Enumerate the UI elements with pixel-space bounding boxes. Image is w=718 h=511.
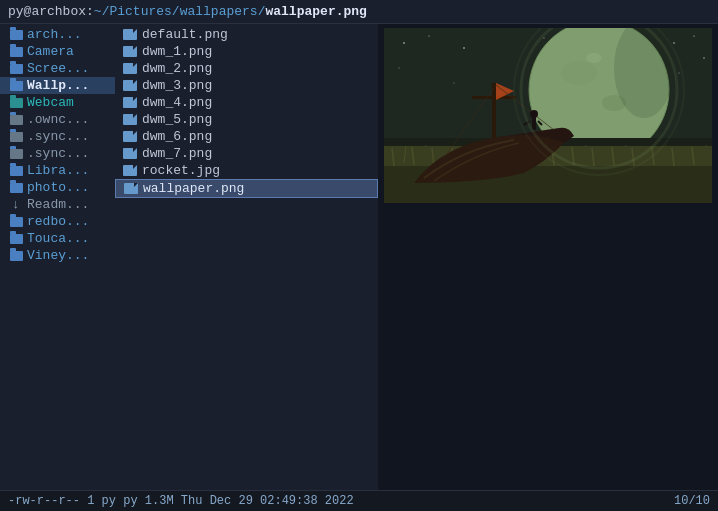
file-type-icon — [124, 183, 138, 194]
file-type-icon — [123, 148, 137, 159]
folder-icon — [8, 182, 24, 194]
sidebar-label-redbo: redbo... — [27, 214, 89, 229]
svg-point-58 — [679, 73, 680, 74]
file-label-dwm3: dwm_3.png — [142, 78, 212, 93]
file-item-default[interactable]: default.png — [115, 26, 378, 43]
file-type-icon — [123, 63, 137, 74]
folder-icon — [8, 216, 24, 228]
svg-point-3 — [561, 61, 597, 85]
sidebar-label-sync1: .sync... — [27, 129, 89, 144]
sidebar-label-webcam: Webcam — [27, 95, 74, 110]
svg-point-5 — [586, 53, 602, 63]
file-type-icon — [123, 80, 137, 91]
sidebar-item-wallp[interactable]: Wallp... — [0, 77, 115, 94]
folder-icon — [8, 233, 24, 245]
file-label-dwm1: dwm_1.png — [142, 44, 212, 59]
file-label-dwm6: dwm_6.png — [142, 129, 212, 144]
sidebar-item-webcam[interactable]: Webcam — [0, 94, 115, 111]
file-label-dwm4: dwm_4.png — [142, 95, 212, 110]
file-label-default: default.png — [142, 27, 228, 42]
file-tree-sidebar: arch...CameraScree...Wallp...Webcam.ownc… — [0, 24, 115, 490]
sidebar-item-scree[interactable]: Scree... — [0, 60, 115, 77]
svg-point-56 — [399, 68, 400, 69]
folder-icon — [8, 148, 24, 160]
file-item-rocket[interactable]: rocket.jpg — [115, 162, 378, 179]
titlebar-prefix: py@archbox: — [8, 4, 94, 19]
file-label-dwm5: dwm_5.png — [142, 112, 212, 127]
position-indicator: 10/10 — [674, 494, 710, 508]
sidebar-label-ownc1: .ownc... — [27, 112, 89, 127]
file-item-dwm3[interactable]: dwm_3.png — [115, 77, 378, 94]
svg-point-53 — [543, 37, 544, 38]
sidebar-item-redbo[interactable]: redbo... — [0, 213, 115, 230]
svg-point-57 — [454, 83, 455, 84]
file-type-icon — [123, 131, 137, 142]
folder-icon — [8, 63, 24, 75]
svg-point-51 — [428, 35, 429, 36]
folder-icon — [8, 131, 24, 143]
file-type-icon — [123, 97, 137, 108]
sidebar-label-sync2: .sync... — [27, 146, 89, 161]
folder-icon — [8, 114, 24, 126]
sidebar-item-sync1[interactable]: .sync... — [0, 128, 115, 145]
folder-icon — [8, 46, 24, 58]
file-label-rocket: rocket.jpg — [142, 163, 220, 178]
sidebar-item-readme[interactable]: ↓Readm... — [0, 196, 115, 213]
folder-icon — [8, 165, 24, 177]
titlebar: py@archbox:~/Pictures/wallpapers/wallpap… — [0, 0, 718, 24]
sidebar-item-touca[interactable]: Touca... — [0, 230, 115, 247]
file-type-icon — [123, 165, 137, 176]
file-item-dwm6[interactable]: dwm_6.png — [115, 128, 378, 145]
file-item-dwm1[interactable]: dwm_1.png — [115, 43, 378, 60]
sidebar-label-scree: Scree... — [27, 61, 89, 76]
folder-icon — [8, 80, 24, 92]
file-label-dwm2: dwm_2.png — [142, 61, 212, 76]
main-content: arch...CameraScree...Wallp...Webcam.ownc… — [0, 24, 718, 490]
file-icon: ↓ — [8, 199, 24, 211]
svg-rect-42 — [492, 83, 496, 138]
file-item-wallpaper[interactable]: wallpaper.png — [115, 179, 378, 198]
preview-image — [384, 28, 712, 203]
titlebar-path-normal: ~/Pictures/wallpapers/ — [94, 4, 266, 19]
sidebar-label-arch: arch... — [27, 27, 82, 42]
file-type-icon — [123, 46, 137, 57]
preview-area — [378, 24, 718, 490]
file-item-dwm2[interactable]: dwm_2.png — [115, 60, 378, 77]
sidebar-item-viney[interactable]: Viney... — [0, 247, 115, 264]
file-item-dwm7[interactable]: dwm_7.png — [115, 145, 378, 162]
svg-point-52 — [463, 47, 465, 49]
folder-icon — [8, 250, 24, 262]
sidebar-label-viney: Viney... — [27, 248, 89, 263]
file-info: -rw-r--r-- 1 py py 1.3M Thu Dec 29 02:49… — [8, 494, 354, 508]
svg-point-55 — [693, 35, 694, 36]
file-type-icon — [123, 29, 137, 40]
file-type-icon — [123, 114, 137, 125]
sidebar-label-libra: Libra... — [27, 163, 89, 178]
sidebar-label-touca: Touca... — [27, 231, 89, 246]
sidebar-item-arch[interactable]: arch... — [0, 26, 115, 43]
sidebar-label-readme: Readm... — [27, 197, 89, 212]
folder-icon — [8, 97, 24, 109]
svg-rect-43 — [472, 96, 516, 99]
file-list: default.pngdwm_1.pngdwm_2.pngdwm_3.pngdw… — [115, 24, 378, 490]
sidebar-item-camera[interactable]: Camera — [0, 43, 115, 60]
sidebar-label-photo: photo... — [27, 180, 89, 195]
svg-rect-46 — [532, 116, 536, 130]
sidebar-item-libra[interactable]: Libra... — [0, 162, 115, 179]
folder-icon — [8, 29, 24, 41]
file-item-dwm5[interactable]: dwm_5.png — [115, 111, 378, 128]
svg-point-59 — [703, 57, 704, 58]
sidebar-label-wallp: Wallp... — [27, 78, 89, 93]
svg-point-47 — [530, 110, 538, 118]
sidebar-item-sync2[interactable]: .sync... — [0, 145, 115, 162]
titlebar-path-bold: wallpaper.png — [265, 4, 366, 19]
file-item-dwm4[interactable]: dwm_4.png — [115, 94, 378, 111]
svg-point-50 — [403, 42, 405, 44]
file-label-wallpaper: wallpaper.png — [143, 181, 244, 196]
svg-point-54 — [673, 42, 675, 44]
statusbar: -rw-r--r-- 1 py py 1.3M Thu Dec 29 02:49… — [0, 490, 718, 511]
sidebar-item-photo[interactable]: photo... — [0, 179, 115, 196]
file-label-dwm7: dwm_7.png — [142, 146, 212, 161]
sidebar-label-camera: Camera — [27, 44, 74, 59]
sidebar-item-ownc1[interactable]: .ownc... — [0, 111, 115, 128]
